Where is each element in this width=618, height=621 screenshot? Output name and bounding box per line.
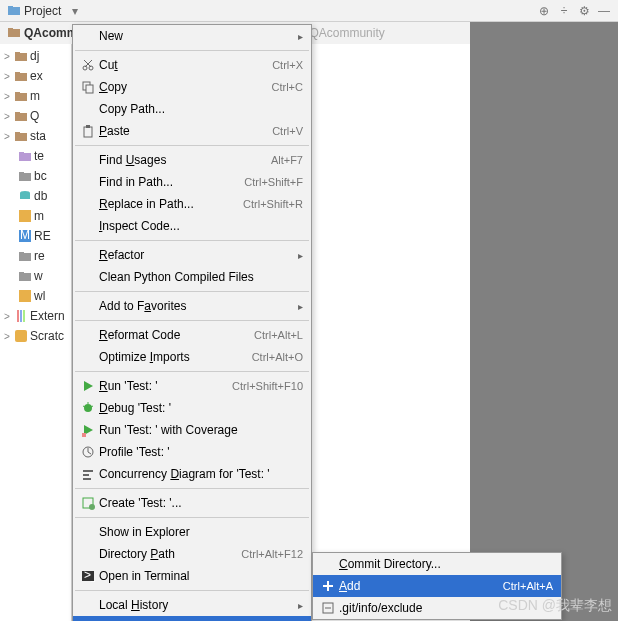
menu-item[interactable]: Directory PathCtrl+Alt+F12 bbox=[73, 543, 311, 565]
svg-rect-8 bbox=[15, 93, 27, 101]
menu-item[interactable]: Create 'Test: '... bbox=[73, 492, 311, 514]
svg-rect-15 bbox=[19, 152, 24, 154]
tree-item[interactable]: >m bbox=[0, 86, 71, 106]
svg-rect-46 bbox=[82, 433, 86, 437]
menu-item[interactable]: Git▸ bbox=[73, 616, 311, 621]
tree-item[interactable]: m bbox=[0, 206, 71, 226]
svg-text:>_: >_ bbox=[84, 569, 95, 582]
menu-item[interactable]: Concurrency Diagram for 'Test: ' bbox=[73, 463, 311, 485]
tree-item[interactable]: >dj bbox=[0, 46, 71, 66]
svg-rect-14 bbox=[19, 153, 31, 161]
menu-item[interactable]: Run 'Test: ' with Coverage bbox=[73, 419, 311, 441]
svg-rect-30 bbox=[23, 310, 25, 322]
svg-rect-9 bbox=[15, 92, 20, 94]
svg-rect-39 bbox=[86, 125, 90, 128]
menu-item[interactable]: Reformat CodeCtrl+Alt+L bbox=[73, 324, 311, 346]
svg-rect-31 bbox=[15, 330, 27, 342]
svg-rect-29 bbox=[20, 310, 22, 322]
svg-rect-13 bbox=[15, 132, 20, 134]
svg-text:MD: MD bbox=[20, 230, 31, 242]
menu-item[interactable]: Debug 'Test: ' bbox=[73, 397, 311, 419]
svg-rect-6 bbox=[15, 73, 27, 81]
menu-item[interactable]: Run 'Test: 'Ctrl+Shift+F10 bbox=[73, 375, 311, 397]
svg-rect-24 bbox=[19, 252, 24, 254]
tree-item[interactable]: db bbox=[0, 186, 71, 206]
svg-rect-0 bbox=[8, 7, 20, 15]
tree-item[interactable]: >Q bbox=[0, 106, 71, 126]
tree-item[interactable]: w bbox=[0, 266, 71, 286]
svg-rect-10 bbox=[15, 113, 27, 121]
tree-item[interactable]: bc bbox=[0, 166, 71, 186]
svg-rect-26 bbox=[19, 272, 24, 274]
menu-item[interactable]: Copy Path... bbox=[73, 98, 311, 120]
menu-item[interactable]: Refactor▸ bbox=[73, 244, 311, 266]
project-icon bbox=[6, 3, 22, 19]
svg-rect-50 bbox=[83, 470, 93, 472]
svg-rect-2 bbox=[8, 29, 20, 37]
submenu-item[interactable]: Commit Directory... bbox=[313, 553, 561, 575]
tree-item[interactable]: >sta bbox=[0, 126, 71, 146]
svg-rect-51 bbox=[83, 474, 89, 476]
tree-item[interactable]: re bbox=[0, 246, 71, 266]
menu-item[interactable]: Show in Explorer bbox=[73, 521, 311, 543]
tree-lib[interactable]: >Scratc bbox=[0, 326, 71, 346]
svg-rect-52 bbox=[83, 478, 91, 480]
menu-item[interactable]: Optimize ImportsCtrl+Alt+O bbox=[73, 346, 311, 368]
svg-rect-3 bbox=[8, 28, 13, 30]
toolbar-title: Project bbox=[24, 4, 61, 18]
tree-item[interactable]: >ex bbox=[0, 66, 71, 86]
project-tree[interactable]: >dj>ex>m>Q>statebcdbmMDRErewwl>Extern>Sc… bbox=[0, 44, 72, 621]
svg-rect-25 bbox=[19, 273, 31, 281]
svg-rect-28 bbox=[17, 310, 19, 322]
svg-line-49 bbox=[88, 452, 91, 454]
svg-rect-12 bbox=[15, 133, 27, 141]
svg-rect-38 bbox=[84, 127, 92, 137]
folder-icon bbox=[6, 25, 22, 41]
right-gutter bbox=[470, 22, 618, 621]
menu-item[interactable]: >_Open in Terminal bbox=[73, 565, 311, 587]
menu-item[interactable]: Local History▸ bbox=[73, 594, 311, 616]
gear-icon[interactable]: ⚙ bbox=[576, 3, 592, 19]
tree-item[interactable]: MDRE bbox=[0, 226, 71, 246]
svg-point-41 bbox=[84, 404, 92, 412]
svg-rect-37 bbox=[86, 85, 93, 93]
svg-rect-23 bbox=[19, 253, 31, 261]
menu-item[interactable]: Add to Favorites▸ bbox=[73, 295, 311, 317]
svg-rect-19 bbox=[20, 193, 30, 199]
context-menu[interactable]: New▸CutCtrl+XCopyCtrl+CCopy Path...Paste… bbox=[72, 24, 312, 621]
menu-item[interactable]: Clean Python Compiled Files bbox=[73, 266, 311, 288]
toolbar: Project ▾ ⊕ ÷ ⚙ — bbox=[0, 0, 618, 22]
collapse-icon[interactable]: ⊕ bbox=[536, 3, 552, 19]
svg-point-54 bbox=[89, 504, 95, 510]
menu-item[interactable]: Find in Path...Ctrl+Shift+F bbox=[73, 171, 311, 193]
svg-rect-7 bbox=[15, 72, 20, 74]
svg-rect-5 bbox=[15, 52, 20, 54]
tree-item[interactable]: te bbox=[0, 146, 71, 166]
svg-rect-1 bbox=[8, 6, 13, 8]
tree-lib[interactable]: >Extern bbox=[0, 306, 71, 326]
menu-item[interactable]: Replace in Path...Ctrl+Shift+R bbox=[73, 193, 311, 215]
hide-icon[interactable]: — bbox=[596, 3, 612, 19]
menu-item[interactable]: Find UsagesAlt+F7 bbox=[73, 149, 311, 171]
svg-marker-40 bbox=[84, 381, 93, 391]
svg-rect-20 bbox=[19, 210, 31, 222]
watermark: CSDN @我辈李想 bbox=[498, 597, 612, 615]
svg-rect-11 bbox=[15, 112, 20, 114]
svg-rect-16 bbox=[19, 173, 31, 181]
svg-rect-4 bbox=[15, 53, 27, 61]
divide-icon[interactable]: ÷ bbox=[556, 3, 572, 19]
menu-item[interactable]: PasteCtrl+V bbox=[73, 120, 311, 142]
menu-item[interactable]: Profile 'Test: ' bbox=[73, 441, 311, 463]
menu-item[interactable]: Inspect Code... bbox=[73, 215, 311, 237]
submenu-item[interactable]: AddCtrl+Alt+A bbox=[313, 575, 561, 597]
menu-item[interactable]: New▸ bbox=[73, 25, 311, 47]
svg-rect-27 bbox=[19, 290, 31, 302]
svg-rect-17 bbox=[19, 172, 24, 174]
menu-item[interactable]: CopyCtrl+C bbox=[73, 76, 311, 98]
tree-item[interactable]: wl bbox=[0, 286, 71, 306]
menu-item[interactable]: CutCtrl+X bbox=[73, 54, 311, 76]
dropdown-icon[interactable]: ▾ bbox=[67, 3, 83, 19]
